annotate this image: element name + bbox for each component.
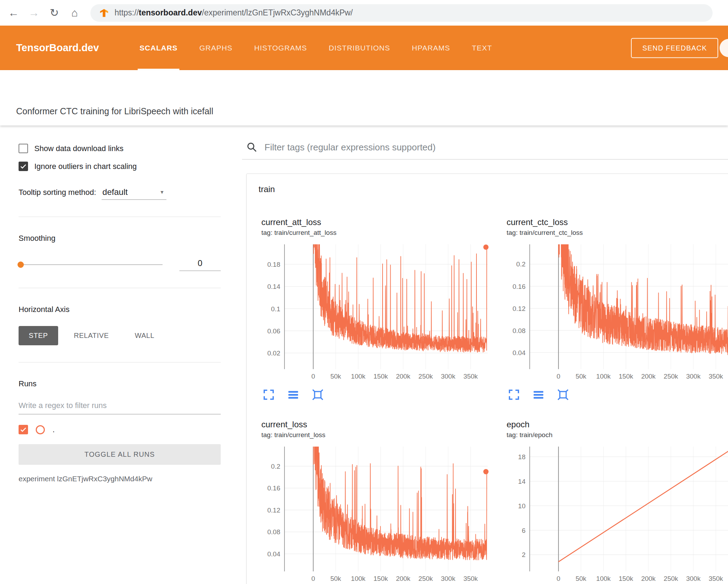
chart-title: current_loss [261, 420, 500, 429]
divider [19, 288, 221, 288]
expand-chart-button[interactable] [508, 389, 520, 401]
tab-histograms[interactable]: HISTOGRAMS [243, 26, 318, 70]
svg-text:200k: 200k [641, 575, 656, 582]
svg-text:350k: 350k [463, 575, 478, 582]
toggle-y-axis-button[interactable] [287, 389, 299, 401]
expand-chart-button[interactable] [263, 389, 275, 401]
svg-text:250k: 250k [664, 373, 678, 380]
svg-text:150k: 150k [619, 373, 633, 380]
chart-title: epoch [507, 420, 728, 429]
svg-text:10: 10 [518, 502, 526, 510]
home-button[interactable]: ⌂ [67, 7, 82, 18]
svg-text:300k: 300k [441, 575, 455, 582]
svg-text:350k: 350k [709, 373, 723, 380]
svg-text:150k: 150k [373, 373, 388, 380]
show-download-label: Show data download links [34, 144, 123, 153]
svg-text:0: 0 [557, 575, 561, 582]
svg-text:0.06: 0.06 [267, 327, 280, 335]
chart-card-epoch: epochtag: train/epoch050k100k150k200k250… [500, 420, 728, 584]
svg-text:0.04: 0.04 [267, 550, 280, 558]
axis-option-relative[interactable]: RELATIVE [64, 326, 119, 345]
svg-text:50k: 50k [576, 575, 586, 582]
chart-tag: tag: train/epoch [507, 431, 728, 439]
svg-text:0.12: 0.12 [513, 305, 526, 312]
chart-title: current_att_loss [261, 217, 500, 227]
check-icon [20, 163, 27, 170]
toggle-all-runs-button[interactable]: TOGGLE ALL RUNS [19, 444, 221, 465]
send-feedback-button[interactable]: SEND FEEDBACK [631, 38, 718, 58]
runs-label: Runs [19, 379, 221, 388]
svg-text:250k: 250k [418, 373, 433, 380]
url-domain: tensorboard.dev [139, 8, 202, 17]
svg-text:0.08: 0.08 [513, 327, 526, 334]
divider [19, 362, 221, 362]
svg-text:14: 14 [518, 478, 526, 485]
tab-text[interactable]: TEXT [461, 26, 503, 70]
smoothing-slider[interactable] [19, 264, 163, 265]
svg-text:100k: 100k [351, 373, 366, 380]
tooltip-sorting-dropdown[interactable]: default ▼ [102, 187, 166, 200]
chart-plot-current_loss[interactable]: 050k100k150k200k250k300k350k0.040.080.12… [259, 443, 490, 584]
chart-toolbar [508, 389, 728, 401]
show-download-checkbox[interactable] [19, 144, 28, 153]
app-header: TensorBoard.dev SCALARSGRAPHSHISTOGRAMSD… [0, 26, 728, 70]
tooltip-sorting-row: Tooltip sorting method: default ▼ [19, 187, 221, 200]
tab-distributions[interactable]: DISTRIBUTIONS [318, 26, 401, 70]
tab-hparams[interactable]: HPARAMS [401, 26, 461, 70]
run-name: . [53, 425, 55, 434]
tag-filter-input[interactable] [265, 142, 728, 153]
run-row[interactable]: . [19, 425, 221, 434]
avatar[interactable] [720, 39, 728, 57]
svg-text:350k: 350k [463, 373, 478, 380]
chart-plot-current_ctc_loss[interactable]: 050k100k150k200k250k300k350k0.040.080.12… [504, 241, 728, 382]
axis-option-wall[interactable]: WALL [125, 326, 165, 345]
experiment-title-bar: Conformer CTC training for LibriSpeech w… [0, 70, 728, 125]
back-button[interactable]: ← [6, 7, 21, 18]
tooltip-sorting-value: default [102, 187, 128, 197]
url-path: /experiment/lzGnETjwRxC3yghNMd4kPw/ [202, 8, 353, 17]
reload-button[interactable]: ↻ [47, 7, 62, 18]
svg-text:300k: 300k [686, 575, 701, 582]
tab-scalars[interactable]: SCALARS [129, 26, 188, 70]
smoothing-row [19, 258, 221, 271]
chart-tag: tag: train/current_ctc_loss [507, 229, 728, 237]
svg-text:100k: 100k [596, 373, 611, 380]
svg-text:150k: 150k [373, 575, 388, 582]
ignore-outliers-checkbox[interactable] [19, 162, 28, 171]
chart-plot-current_att_loss[interactable]: 050k100k150k200k250k300k350k0.020.060.10… [259, 241, 490, 382]
address-bar[interactable]: https://tensorboard.dev/experiment/lzGnE… [90, 4, 713, 22]
axis-option-step[interactable]: STEP [19, 326, 58, 345]
check-icon [20, 426, 27, 433]
svg-text:200k: 200k [641, 373, 656, 380]
run-checkbox[interactable] [19, 425, 28, 434]
runs-filter-input[interactable] [19, 401, 221, 414]
app-logo[interactable]: TensorBoard.dev [16, 42, 99, 54]
tensorboard-favicon [99, 8, 109, 18]
svg-text:0.18: 0.18 [267, 261, 280, 268]
forward-button[interactable]: → [27, 7, 41, 18]
tab-graphs[interactable]: GRAPHS [188, 26, 243, 70]
chart-plot-epoch[interactable]: 050k100k150k200k250k300k350k26101418 [504, 443, 728, 584]
chevron-down-icon: ▼ [159, 189, 164, 195]
svg-text:300k: 300k [441, 373, 455, 380]
ignore-outliers-label: Ignore outliers in chart scaling [34, 162, 137, 171]
url-text: https://tensorboard.dev/experiment/lzGnE… [115, 8, 353, 18]
show-download-row[interactable]: Show data download links [19, 144, 221, 153]
svg-text:50k: 50k [576, 373, 586, 380]
toggle-y-axis-button[interactable] [533, 389, 544, 401]
smoothing-value-input[interactable] [179, 258, 221, 271]
smoothing-slider-thumb[interactable] [18, 262, 24, 268]
browser-chrome: ← → ↻ ⌂ https://tensorboard.dev/experime… [0, 0, 728, 26]
settings-sidebar: Show data download links Ignore outliers… [0, 125, 237, 584]
svg-text:0.2: 0.2 [516, 260, 526, 268]
fit-domain-button[interactable] [557, 389, 569, 401]
section-title[interactable]: train [247, 174, 728, 194]
svg-text:300k: 300k [686, 373, 701, 380]
main-content: train current_att_losstag: train/current… [237, 125, 728, 584]
chart-toolbar [263, 389, 500, 401]
ignore-outliers-row[interactable]: Ignore outliers in chart scaling [19, 162, 221, 171]
svg-text:350k: 350k [709, 575, 723, 582]
fit-domain-button[interactable] [312, 389, 324, 401]
svg-text:18: 18 [518, 453, 526, 461]
svg-text:0: 0 [311, 575, 315, 582]
